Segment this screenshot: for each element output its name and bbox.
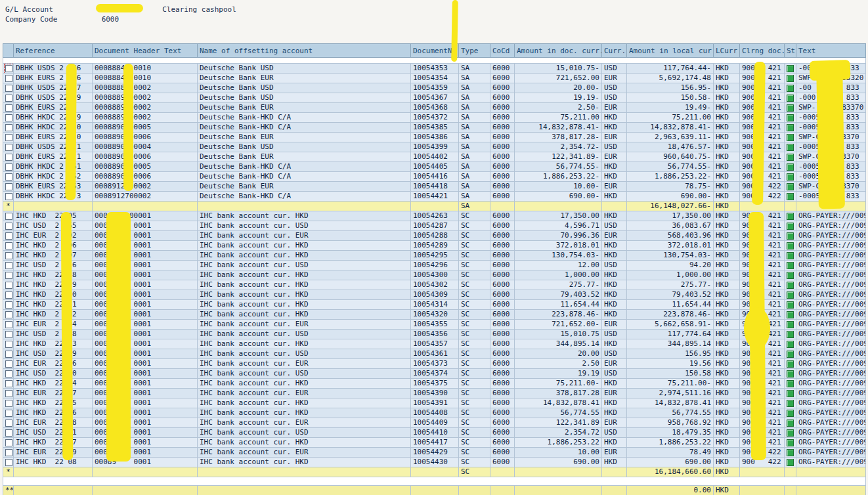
- row-checkbox[interactable]: [5, 400, 12, 407]
- row-checkbox[interactable]: [5, 291, 12, 299]
- column-header-ref[interactable]: Reference: [14, 44, 93, 58]
- row-checkbox[interactable]: [5, 360, 12, 368]
- column-header-type[interactable]: Type: [459, 44, 490, 58]
- row-checkbox[interactable]: [5, 272, 12, 279]
- line-item-row[interactable]: DBHK HKDC 22 00008890 00005Deutsche Bank…: [3, 123, 866, 133]
- line-item-row[interactable]: IHC USD 2 600088 0001IHC bank account cu…: [3, 261, 866, 270]
- line-item-row[interactable]: DBHK USDS 22 70008888 0002Deutsche Bank …: [3, 83, 866, 93]
- line-item-row[interactable]: DBHK EURS 22 630008912600002Deutsche Ban…: [3, 182, 866, 192]
- column-header-curr[interactable]: Curr.: [602, 44, 627, 58]
- line-item-row[interactable]: IHC EUR 22 600088 0001IHC bank account c…: [3, 359, 866, 369]
- line-item-row[interactable]: IHC EUR 22 800089 0001IHC bank account c…: [3, 418, 866, 428]
- row-checkbox[interactable]: [5, 429, 12, 437]
- line-item-row[interactable]: DBHK EURS 22 10008890 00006Deutsche Bank…: [3, 152, 866, 162]
- line-item-row[interactable]: IHC HKD 22 0800089 0001IHC bank account …: [3, 458, 866, 467]
- column-header-amt_loc[interactable]: Amount in local cur.: [627, 44, 714, 58]
- line-item-row[interactable]: DBHK EURS 2 60008884 0010Deutsche Bank E…: [3, 74, 866, 83]
- row-checkbox[interactable]: [5, 183, 12, 190]
- row-checkbox[interactable]: [5, 75, 12, 82]
- line-item-row[interactable]: DBHK HKDC 2 620008890 00006Deutsche Bank…: [3, 172, 866, 182]
- line-item-row[interactable]: IHC HKD 22 700089 0001IHC bank account c…: [3, 438, 866, 448]
- row-checkbox[interactable]: [5, 459, 12, 466]
- row-checkbox[interactable]: [5, 104, 12, 112]
- row-checkbox[interactable]: [5, 85, 12, 92]
- row-checkbox[interactable]: [5, 114, 12, 121]
- line-item-row[interactable]: IHC HKD 22 000088 0001IHC bank account c…: [3, 290, 866, 300]
- column-header-dht[interactable]: Document Header Text: [93, 44, 198, 58]
- row-checkbox[interactable]: [5, 124, 12, 131]
- column-header-cocd[interactable]: CoCd: [490, 44, 515, 58]
- row-checkbox[interactable]: [5, 232, 12, 240]
- cell-clrng: 900 421: [740, 261, 785, 270]
- row-checkbox[interactable]: [5, 223, 12, 230]
- column-header-name[interactable]: Name of offsetting account: [198, 44, 411, 58]
- column-header-clrng[interactable]: Clrng doc.: [740, 44, 785, 58]
- line-item-row[interactable]: IHC USD 22 000088 0001IHC bank account c…: [3, 369, 866, 379]
- row-checkbox[interactable]: [5, 370, 12, 377]
- row-checkbox[interactable]: [5, 321, 12, 328]
- row-checkbox[interactable]: [5, 193, 12, 200]
- line-item-row[interactable]: IHC HKD 22 800088 0001IHC bank account c…: [3, 270, 866, 280]
- line-item-row[interactable]: DBHK HKDC 2 610008890 00005Deutsche Bank…: [3, 162, 866, 172]
- line-item-row[interactable]: IHC EUR 2 9400088 0001IHC bank account c…: [3, 320, 866, 330]
- line-item-row[interactable]: IHC HKD 2 9700088 0001IHC bank account c…: [3, 251, 866, 261]
- row-checkbox[interactable]: [5, 163, 12, 171]
- line-item-row[interactable]: IHC EUR 2 9200088 0001IHC bank account c…: [3, 231, 866, 241]
- row-checkbox[interactable]: [5, 341, 12, 348]
- column-header-lcurr[interactable]: LCurr: [714, 44, 740, 58]
- line-item-row[interactable]: IHC HKD 22 600089 0001IHC bank account c…: [3, 408, 866, 418]
- cell-lcurr: HKD: [714, 339, 740, 349]
- column-header-docno[interactable]: DocumentNo: [411, 44, 459, 58]
- row-checkbox[interactable]: [5, 154, 12, 161]
- row-checkbox[interactable]: [5, 262, 12, 269]
- row-checkbox[interactable]: [5, 380, 12, 387]
- line-item-row[interactable]: IHC USD 2 5500088 0001IHC bank account c…: [3, 221, 866, 231]
- line-item-row[interactable]: IHC HKD 2 09600088 0001IHC bank account …: [3, 241, 866, 251]
- row-checkbox[interactable]: [5, 331, 12, 338]
- row-checkbox[interactable]: [5, 252, 12, 259]
- row-checkbox[interactable]: [5, 351, 12, 358]
- line-item-row[interactable]: IHC EUR 22 900089 0001IHC bank account c…: [3, 448, 866, 458]
- row-checkbox[interactable]: [5, 449, 12, 456]
- row-checkbox[interactable]: [5, 65, 12, 72]
- row-checkbox[interactable]: [5, 173, 12, 181]
- line-item-row[interactable]: DBHK HKDC 22 90008889 00002Deutsche Bank…: [3, 113, 866, 123]
- row-checkbox[interactable]: [5, 95, 12, 102]
- row-checkbox[interactable]: [5, 144, 12, 151]
- row-checkbox[interactable]: [5, 282, 12, 289]
- line-item-row[interactable]: IHC HKD 220950008822400001IHC bank accou…: [3, 211, 866, 221]
- row-checkbox[interactable]: [5, 134, 12, 141]
- line-item-row[interactable]: IHC HKD 22 100088 0001IHC bank account c…: [3, 300, 866, 310]
- line-item-row[interactable]: IHC USD 22 100089 0001IHC bank account c…: [3, 428, 866, 438]
- line-item-row[interactable]: DBHK USDS 22 90008889 00002Deutsche Bank…: [3, 93, 866, 103]
- row-checkbox[interactable]: [5, 242, 12, 249]
- row-checkbox[interactable]: [5, 390, 12, 397]
- column-header-st[interactable]: St: [785, 44, 796, 58]
- line-item-row[interactable]: IHC HKD 2 0200088 0001IHC bank account c…: [3, 310, 866, 320]
- line-item-row[interactable]: IHC HKD 22 0400088 0001IHC bank account …: [3, 379, 866, 389]
- line-item-row[interactable]: IHC EUR 22 700089 0001IHC bank account c…: [3, 389, 866, 398]
- row-checkbox[interactable]: [5, 439, 12, 446]
- row-checkbox[interactable]: [5, 301, 12, 309]
- column-header-text[interactable]: Text: [796, 44, 866, 58]
- line-item-row[interactable]: IHC USD 22 900088 0001IHC bank account c…: [3, 349, 866, 359]
- line-item-row[interactable]: DBHK HKDC 22 30008912700002Deutsche Bank…: [3, 192, 866, 202]
- row-checkbox[interactable]: [5, 420, 12, 427]
- cell-st: [785, 398, 796, 408]
- row-checkbox[interactable]: [5, 311, 12, 318]
- line-item-row[interactable]: DBHK EURS 22 0008889 00002Deutsche Bank …: [3, 103, 866, 113]
- status-green-icon: [787, 193, 794, 200]
- line-item-row[interactable]: IHC HKD 22 300088 0001IHC bank account c…: [3, 339, 866, 349]
- line-item-row[interactable]: IHC HKD 22 900088 0001IHC bank account c…: [3, 280, 866, 290]
- row-checkbox[interactable]: [5, 213, 12, 220]
- row-checkbox[interactable]: [5, 410, 12, 417]
- line-item-row[interactable]: DBHK USDS 22 10008890 00004Deutsche Bank…: [3, 142, 866, 152]
- line-item-row[interactable]: DBHK EURS 22 00008890 00006Deutsche Bank…: [3, 133, 866, 142]
- line-item-row[interactable]: IHC USD 2 5800088 0001IHC bank account c…: [3, 330, 866, 339]
- line-item-row[interactable]: IHC HKD 22 500089 0001IHC bank account c…: [3, 398, 866, 408]
- cell-lcurr: HKD: [714, 438, 740, 448]
- cell-select: [3, 74, 14, 83]
- line-item-row[interactable]: DBHK USDS 2 560008884 0010Deutsche Bank …: [3, 64, 866, 74]
- column-header-amt_doc[interactable]: Amount in doc. curr.: [515, 44, 602, 58]
- cell-st: [785, 290, 796, 300]
